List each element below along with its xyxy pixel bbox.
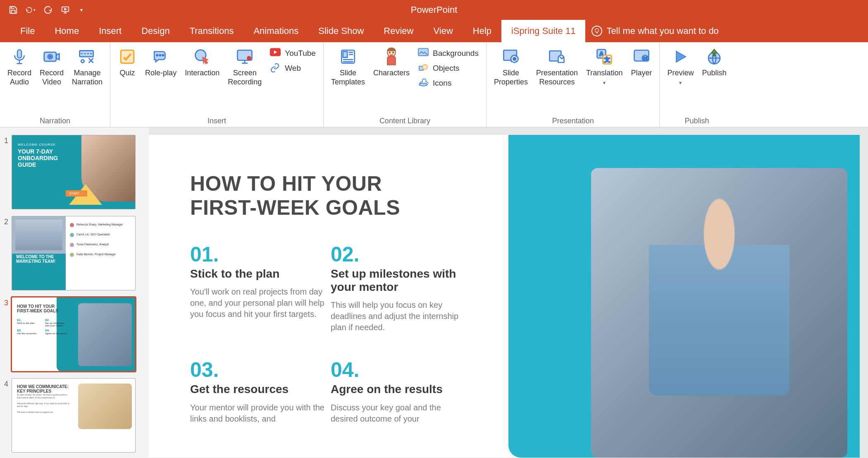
slide-templates-button[interactable]: Slide Templates [329, 46, 367, 88]
interaction-icon [193, 47, 212, 66]
quiz-button[interactable]: Quiz [115, 46, 139, 79]
web-label: Web [285, 64, 301, 73]
translation-icon: A文 [595, 47, 614, 66]
slide-thumbnail-3[interactable]: HOW TO HIT YOURFIRST-WEEK GOALS 01.Stick… [12, 297, 136, 372]
icons-icon [418, 78, 429, 89]
icons-button[interactable]: Icons [415, 77, 481, 89]
tab-file[interactable]: File [10, 20, 45, 42]
goal-item-4[interactable]: 04. Agree on the results Discuss your ke… [331, 358, 467, 424]
record-audio-button[interactable]: Record Audio [5, 46, 34, 88]
slide-title[interactable]: HOW TO HIT YOURFIRST-WEEK GOALS [190, 172, 400, 220]
screen-recording-button[interactable]: Screen Recording [225, 46, 264, 88]
microphone-icon [10, 47, 29, 66]
group-label-publish: Publish [665, 115, 729, 125]
characters-button[interactable]: Characters [371, 46, 412, 79]
quiz-label: Quiz [120, 69, 135, 78]
save-icon[interactable] [8, 5, 18, 15]
backgrounds-button[interactable]: Backgrounds [415, 47, 481, 60]
slide-thumbnail-4[interactable]: HOW WE COMMUNICATE:KEY PRINCIPLES At ope… [12, 378, 136, 453]
svg-point-45 [646, 57, 647, 58]
objects-button[interactable]: Objects [415, 62, 481, 74]
thumb-number: 2 [1, 216, 12, 226]
backgrounds-icon [418, 48, 429, 59]
interaction-button[interactable]: Interaction [182, 46, 222, 79]
slide-properties-label: Slide Properties [494, 69, 528, 86]
icons-label: Icons [433, 79, 451, 88]
youtube-button[interactable]: YouTube [267, 47, 318, 60]
svg-point-19 [247, 56, 251, 60]
group-label-insert: Insert [115, 115, 318, 125]
quiz-icon [118, 47, 137, 66]
tab-home[interactable]: Home [45, 20, 89, 42]
slide-properties-button[interactable]: Slide Properties [491, 46, 530, 88]
backgrounds-label: Backgrounds [433, 49, 479, 58]
thumbnail-row: 1 WELCOME COURSEYOUR 7-DAYONBOARDINGGUID… [1, 135, 145, 209]
redo-icon[interactable] [43, 5, 53, 15]
objects-icon [418, 63, 429, 74]
thumb-number: 4 [1, 378, 12, 388]
current-slide[interactable]: HOW TO HIT YOURFIRST-WEEK GOALS 01. Stic… [149, 135, 860, 458]
svg-point-8 [49, 56, 51, 58]
goal-item-3[interactable]: 03. Get the resources Your mentor will p… [190, 358, 327, 424]
resources-icon [547, 47, 566, 66]
objects-label: Objects [433, 64, 459, 73]
publish-button[interactable]: Publish [699, 46, 729, 79]
slide-photo [591, 168, 847, 458]
tab-insert[interactable]: Insert [89, 20, 131, 42]
ribbon-tabs: File Home Insert Design Transitions Anim… [0, 20, 868, 42]
undo-icon[interactable]: ▾ [26, 5, 36, 15]
tab-review[interactable]: Review [374, 20, 423, 42]
youtube-icon [270, 48, 281, 59]
publish-label: Publish [702, 69, 726, 78]
tab-help[interactable]: Help [463, 20, 501, 42]
slide-editor-area[interactable]: HOW TO HIT YOURFIRST-WEEK GOALS 01. Stic… [149, 127, 868, 458]
translation-button[interactable]: A文 Translation▾ [584, 46, 625, 88]
tab-design[interactable]: Design [131, 20, 179, 42]
web-button[interactable]: Web [267, 62, 318, 74]
preview-button[interactable]: Preview▾ [665, 46, 696, 88]
manage-narration-label: Manage Narration [72, 69, 103, 86]
manage-narration-button[interactable]: Manage Narration [69, 46, 105, 88]
svg-rect-22 [343, 52, 348, 58]
app-title: PowerPoint [411, 5, 458, 15]
goal-item-2[interactable]: 02. Set up milestones with your mentor T… [331, 242, 467, 333]
presentation-resources-button[interactable]: Presentation Resources [534, 46, 580, 88]
svg-point-46 [643, 58, 645, 60]
thumbnail-row: 4 HOW WE COMMUNICATE:KEY PRINCIPLES At o… [1, 378, 145, 453]
group-label-content-library: Content Library [329, 115, 481, 125]
tab-slide-show[interactable]: Slide Show [308, 20, 374, 42]
slide-thumbnail-panel[interactable]: 1 WELCOME COURSEYOUR 7-DAYONBOARDINGGUID… [0, 127, 149, 458]
group-label-narration: Narration [5, 115, 105, 125]
svg-point-47 [646, 58, 647, 60]
tab-transitions[interactable]: Transitions [180, 20, 244, 42]
svg-point-33 [419, 83, 427, 86]
player-button[interactable]: Player [628, 46, 654, 79]
slide-thumbnail-1[interactable]: WELCOME COURSEYOUR 7-DAYONBOARDINGGUIDE … [12, 135, 136, 209]
qat-more-icon[interactable]: ▾ [80, 7, 83, 13]
ribbon: Record Audio Record Video Manage Narrati… [0, 42, 868, 127]
tell-me-search[interactable]: Tell me what you want to do [591, 20, 718, 42]
tab-ispring[interactable]: iSpring Suite 11 [501, 20, 585, 42]
tab-view[interactable]: View [424, 20, 463, 42]
group-label-presentation: Presentation [491, 115, 655, 125]
present-icon[interactable] [60, 5, 70, 15]
record-video-label: Record Video [40, 69, 64, 86]
svg-point-10 [81, 60, 84, 62]
svg-point-36 [513, 58, 516, 60]
record-video-button[interactable]: Record Video [37, 46, 66, 88]
ribbon-group-narration: Record Audio Record Video Manage Narrati… [0, 42, 110, 127]
goals-grid: 01. Stick to the plan You'll work on rea… [190, 242, 467, 424]
record-audio-label: Record Audio [7, 69, 31, 86]
tab-animations[interactable]: Animations [243, 20, 308, 42]
thumbnail-row: 3 HOW TO HIT YOURFIRST-WEEK GOALS 01.Sti… [1, 297, 145, 372]
thumb-number: 1 [1, 135, 12, 145]
preview-label: Preview▾ [667, 69, 694, 86]
slide-thumbnail-2[interactable]: WELCOME TO THEMARKETING TEAM! Rebecca Sh… [12, 216, 136, 290]
role-play-icon [151, 47, 170, 66]
svg-point-29 [393, 52, 394, 53]
player-label: Player [631, 69, 652, 78]
svg-rect-3 [17, 50, 21, 58]
goal-item-1[interactable]: 01. Stick to the plan You'll work on rea… [190, 242, 327, 333]
role-play-button[interactable]: Role-play [143, 46, 179, 79]
quick-access-toolbar: ▾ ▾ [8, 5, 83, 15]
